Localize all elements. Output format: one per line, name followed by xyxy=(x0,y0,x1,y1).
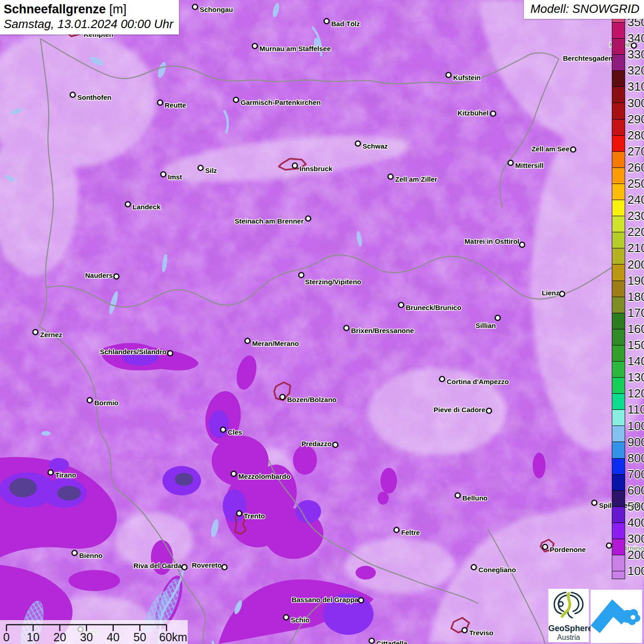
ruler-label: 10 xyxy=(27,631,40,644)
scale-tick-label-200: 200 xyxy=(627,548,644,562)
city-label: Bad Tölz xyxy=(331,20,360,28)
scale-segment-3000 xyxy=(612,103,625,119)
city-marker xyxy=(399,303,404,308)
city-label: Schongau xyxy=(200,6,233,13)
city-marker xyxy=(462,628,467,633)
scale-segment-2500 xyxy=(612,184,625,200)
scale-tick-label-2500: 2500 xyxy=(627,177,644,191)
city-marker xyxy=(126,202,131,207)
scale-segment-100 xyxy=(612,571,625,579)
city-label: Trento xyxy=(244,512,265,520)
scale-segment-400 xyxy=(612,523,625,539)
city-label: Schlanders/Silandro xyxy=(100,348,167,356)
scale-tick-label-1200: 1200 xyxy=(627,386,644,401)
mountain-cloud-icon xyxy=(591,590,642,643)
city-marker xyxy=(359,598,364,603)
city-label: Reutte xyxy=(165,101,186,109)
scale-tick-label-800: 800 xyxy=(627,451,644,465)
city-label: Silz xyxy=(205,167,217,174)
scale-segment-300 xyxy=(612,539,625,555)
scale-segment-1600 xyxy=(612,329,625,345)
city-marker xyxy=(520,242,525,247)
scale-segment-1300 xyxy=(612,377,625,393)
city-marker xyxy=(344,326,349,331)
city-marker xyxy=(193,5,198,10)
scale-segment-200 xyxy=(612,555,625,571)
city-marker xyxy=(221,427,226,432)
distance-scale-bar: 0102030405060km xyxy=(0,620,188,644)
ruler-label: 40 xyxy=(107,631,120,644)
scale-tick-label-1600: 1600 xyxy=(627,322,644,336)
scale-tick-label-1500: 1500 xyxy=(627,338,644,352)
city-marker xyxy=(571,147,576,152)
city-label: Brixen/Bressanone xyxy=(351,327,414,334)
scale-segment-2600 xyxy=(612,167,625,184)
city-label: Conegliano xyxy=(478,566,516,574)
city-label: Lienz xyxy=(542,289,559,297)
scale-tick-label-3300: 3300 xyxy=(627,47,644,62)
scale-segment-2400 xyxy=(612,200,625,216)
scale-tick-label-1900: 1900 xyxy=(627,273,644,288)
city-marker xyxy=(198,166,203,171)
city-marker xyxy=(114,274,119,279)
city-label: Schio xyxy=(291,616,310,624)
map-title-box: Schneefallgrenze [m] Samstag, 13.01.2024… xyxy=(0,0,179,34)
city-label: Pordenone xyxy=(550,546,586,553)
city-label: Nauders xyxy=(85,271,113,279)
scale-segment-800 xyxy=(612,458,625,474)
scale-tick-label-3400: 3400 xyxy=(627,31,644,46)
page-title: Schneefallgrenze [m] xyxy=(4,2,173,17)
city-label: Predazzo xyxy=(301,440,332,448)
scale-tick-label-2900: 2900 xyxy=(627,112,644,126)
partner-logo xyxy=(591,590,642,643)
city-marker xyxy=(231,472,236,477)
city-label: Bruneck/Brunico xyxy=(406,304,461,311)
city-label: Treviso xyxy=(469,629,494,637)
city-label: Sillian xyxy=(476,322,496,329)
scale-tick-label-100: 100 xyxy=(627,564,644,578)
city-marker xyxy=(33,330,38,335)
city-label: Cles xyxy=(228,428,242,436)
scale-segment-2700 xyxy=(612,151,625,167)
ruler-label: 50 xyxy=(133,631,146,644)
city-marker xyxy=(592,500,597,506)
city-marker xyxy=(234,98,239,103)
scale-tick-label-1400: 1400 xyxy=(627,354,644,368)
scale-tick-label-3000: 3000 xyxy=(627,96,644,110)
scale-segment-1100 xyxy=(612,409,625,426)
city-label: Sterzing/Vipiteno xyxy=(305,278,361,286)
scale-tick-label-2000: 2000 xyxy=(627,257,644,271)
geosphere-wordmark-sub: Austria xyxy=(548,633,589,642)
ruler-label: 30 xyxy=(80,631,93,644)
weather-map-stage: SchongauBad TölzKemptenMurnau am Staffel… xyxy=(0,0,644,644)
city-label: Meran/Merano xyxy=(252,339,299,347)
scale-segment-900 xyxy=(612,442,625,458)
city-label: Feltre xyxy=(401,529,420,536)
city-label: Zernez xyxy=(40,331,62,339)
city-marker xyxy=(446,73,451,78)
model-label: Modell: SNOWGRID xyxy=(524,0,644,19)
scale-segment-2000 xyxy=(612,264,625,280)
city-label: Bassano del Grappa xyxy=(292,596,359,604)
scale-segment-3200 xyxy=(612,70,625,86)
title-datetime: Samstag, 13.01.2024 00:00 Uhr xyxy=(4,17,173,31)
scale-tick-label-700: 700 xyxy=(627,467,644,481)
city-label: Schwaz xyxy=(362,142,388,150)
city-marker xyxy=(508,161,513,166)
city-marker xyxy=(237,511,242,516)
scale-tick-label-1800: 1800 xyxy=(627,289,644,304)
title-parameter: Schneefallgrenze xyxy=(4,2,106,16)
city-label: Rovereto xyxy=(192,561,222,569)
scale-tick-label-2400: 2400 xyxy=(627,193,644,207)
scale-segment-3100 xyxy=(612,86,625,103)
ruler-label: 0 xyxy=(3,631,10,644)
city-marker xyxy=(495,316,500,321)
city-marker xyxy=(168,351,173,356)
scale-segment-1500 xyxy=(612,345,625,361)
city-label: Pieve di Cadore xyxy=(433,406,485,414)
ruler-label: 20 xyxy=(53,631,66,644)
city-label: Riva del Garda xyxy=(133,562,182,569)
scale-segment-3300 xyxy=(612,54,625,70)
city-marker xyxy=(487,408,492,414)
city-marker xyxy=(472,565,477,570)
